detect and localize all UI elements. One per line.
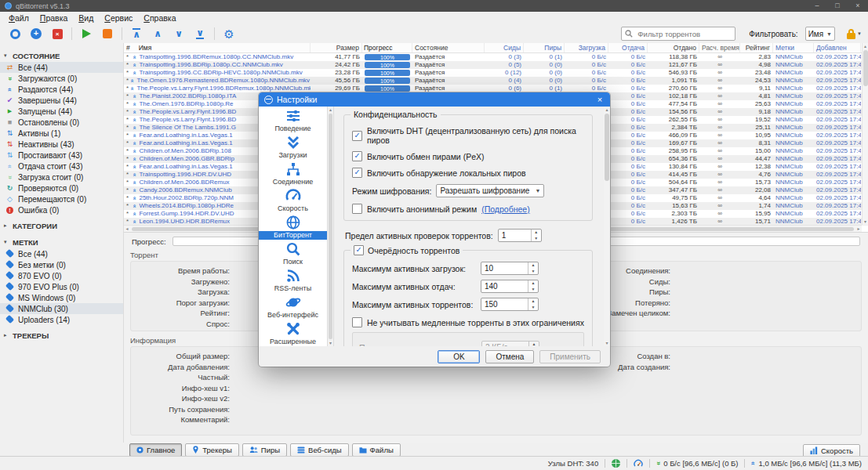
settings-content-scrollbar[interactable]: ▴ ▾: [604, 107, 610, 346]
scroll-up-icon[interactable]: ▴: [863, 43, 868, 49]
spin-field[interactable]: 10▲▼: [481, 262, 539, 275]
torrent-row[interactable]: *»The.People.vs.Larry.Flynt.1996.BDRemux…: [124, 85, 868, 92]
torrent-row[interactable]: *»Trainspotting.1996.BDRip.1080p.CC.NNMC…: [124, 61, 868, 69]
spinner-arrows-icon[interactable]: ▲▼: [531, 230, 541, 241]
close-button[interactable]: ×: [848, 0, 868, 12]
column-header-peers[interactable]: Пиры: [524, 43, 565, 52]
tab-files[interactable]: Файлы: [352, 443, 401, 457]
sidebar-item[interactable]: ■Остановлены (0): [0, 117, 123, 128]
column-header-dl[interactable]: Загрузка: [565, 43, 608, 52]
options-button[interactable]: ⚙: [222, 27, 236, 41]
column-header-uploaded[interactable]: Отдано: [648, 43, 699, 52]
settings-nav-sliders[interactable]: Поведение: [259, 107, 327, 133]
scroll-up-icon[interactable]: ▴: [604, 107, 610, 113]
menu-item-4[interactable]: Справка: [138, 12, 181, 24]
scroll-left-icon[interactable]: ◂: [124, 226, 130, 232]
tab-peers[interactable]: Пиры: [242, 443, 287, 457]
scroll-down-icon[interactable]: ▾: [863, 219, 868, 225]
settings-nav-search[interactable]: Поиск: [259, 240, 327, 266]
spinner-arrows-icon[interactable]: ▲▼: [528, 298, 538, 310]
more-info-link[interactable]: (Подробнее): [481, 204, 529, 214]
checkbox[interactable]: ✓: [352, 151, 362, 161]
menu-item-1[interactable]: Правка: [35, 12, 73, 24]
dht-nodes-status[interactable]: Узлы DHT: 340: [542, 459, 605, 468]
sidebar-item[interactable]: 970 EVO Plus (0): [0, 281, 123, 292]
sidebar-item[interactable]: »Загрузка стоит (0): [0, 172, 123, 183]
scrollbar-thumb[interactable]: [605, 114, 609, 181]
move-up-button[interactable]: ∧: [151, 27, 165, 41]
settings-nav-speed[interactable]: Скорость: [259, 186, 327, 213]
menu-item-0[interactable]: Файл: [3, 12, 35, 24]
move-top-button[interactable]: ∧: [129, 27, 143, 41]
sidebar-item[interactable]: ▶Запущены (44): [0, 106, 123, 117]
column-header-seeds[interactable]: Сиды: [485, 43, 524, 52]
sidebar-section-header[interactable]: ▸ТРЕКЕРЫ: [0, 329, 123, 342]
move-down-button[interactable]: ∨: [172, 27, 186, 41]
column-header-state[interactable]: Состояние: [412, 43, 485, 52]
settings-nav-webui[interactable]: Веб-интерфейс: [259, 293, 327, 320]
spin-field[interactable]: 140▲▼: [481, 280, 539, 293]
column-header-size[interactable]: Размер: [311, 43, 362, 52]
torrent-row[interactable]: *»Trainspotting.1996.BDRemux.1080p.CC.NN…: [124, 53, 868, 61]
sidebar-section-header[interactable]: ▾МЕТКИ: [0, 236, 123, 248]
sidebar-section-header[interactable]: ▾СОСТОЯНИЕ: [0, 49, 123, 62]
spinner-arrows-icon[interactable]: ▲▼: [528, 280, 538, 292]
speed-graph-button[interactable]: Скорость: [803, 444, 860, 457]
checkbox[interactable]: [352, 317, 362, 327]
cancel-button[interactable]: Отмена: [485, 350, 534, 363]
checkbox[interactable]: ✓: [352, 131, 362, 141]
move-bottom-button[interactable]: ∨: [193, 27, 207, 41]
column-header-name[interactable]: #Имя: [124, 43, 311, 52]
sidebar-item[interactable]: !Ошибка (0): [0, 204, 123, 215]
stop-button[interactable]: [100, 27, 114, 41]
sidebar-item[interactable]: Uploaders (14): [0, 314, 123, 325]
spinner-arrows-icon[interactable]: ▲▼: [528, 262, 538, 274]
sidebar-item[interactable]: »Отдача стоит (43): [0, 161, 123, 172]
scrollbar-thumb[interactable]: [329, 114, 332, 339]
sidebar-item[interactable]: ⇅Активны (1): [0, 128, 123, 139]
maximize-button[interactable]: □: [827, 0, 848, 12]
minimize-button[interactable]: –: [807, 0, 827, 12]
scroll-up-icon[interactable]: ▴: [328, 107, 334, 113]
menu-item-2[interactable]: Вид: [73, 12, 99, 24]
torrent-row[interactable]: *»Trainspotting.1996.CC.BDRip-HEVC.1080p…: [124, 69, 868, 77]
ignore-slow-torrents-row[interactable]: Не учитывать медленные торренты в этих о…: [352, 317, 584, 327]
menu-item-3[interactable]: Сервис: [99, 12, 138, 24]
settings-nav-scrollbar[interactable]: ▴ ▾: [328, 107, 334, 346]
sidebar-item[interactable]: ⇄Все (44): [0, 62, 123, 73]
spin-field[interactable]: 150▲▼: [481, 298, 539, 311]
scroll-down-icon[interactable]: ▾: [328, 340, 334, 346]
encryption-mode-select[interactable]: Разрешать шифрование▼: [436, 184, 544, 197]
column-header-ratio[interactable]: Рейтинг: [740, 43, 773, 52]
sidebar-item[interactable]: ◇Перемещаются (0): [0, 193, 123, 204]
torrent-filter-box[interactable]: [621, 27, 735, 41]
scrollbar-thumb[interactable]: [863, 50, 868, 86]
settings-nav-connection[interactable]: Соединение: [259, 160, 327, 186]
speed-limits-button[interactable]: [627, 459, 649, 468]
scroll-down-icon[interactable]: ▾: [604, 340, 610, 346]
settings-nav-bittorrent[interactable]: БитТоррент: [259, 213, 327, 240]
apply-button[interactable]: Применить: [539, 350, 601, 363]
settings-nav-rss[interactable]: RSS-ленты: [259, 266, 327, 293]
start-button[interactable]: [79, 27, 93, 41]
sidebar-item[interactable]: Все (44): [0, 248, 123, 259]
privacy-option[interactable]: ✓Включить обмен пирами (PeX): [352, 151, 584, 161]
upload-speed-status[interactable]: » 1,0 МБ/с [96,6 МБ/с] (11,3 МБ): [745, 459, 868, 468]
checkbox[interactable]: ✓: [352, 168, 362, 178]
add-torrent-file-button[interactable]: +: [29, 27, 43, 41]
dialog-close-button[interactable]: ×: [590, 95, 610, 104]
settings-nav-downloads[interactable]: Загрузки: [259, 133, 327, 160]
sidebar-item[interactable]: MS Windows (0): [0, 292, 123, 303]
sidebar-item[interactable]: NNMClub (30): [0, 303, 123, 314]
column-header-added[interactable]: Добавлен: [814, 43, 861, 52]
spin-field[interactable]: 2 КБ/с▲▼: [481, 341, 539, 346]
sidebar-section-header[interactable]: ▸КАТЕГОРИИ: [0, 219, 123, 232]
torrent-row[interactable]: *»The.Omen.1976.Remastered.BDRemux.1080p…: [124, 77, 868, 85]
filter-by-select[interactable]: Имя▼: [805, 27, 835, 41]
sidebar-item[interactable]: 870 EVO (0): [0, 270, 123, 281]
download-speed-status[interactable]: » 0 Б/с [96,6 МБ/с] (0 Б): [650, 459, 744, 468]
sidebar-item[interactable]: »Загружаются (0): [0, 73, 123, 84]
settings-nav-advanced[interactable]: Расширенные: [259, 320, 327, 346]
column-header-eta[interactable]: Расч. время: [699, 43, 740, 52]
search-input[interactable]: [636, 29, 732, 39]
